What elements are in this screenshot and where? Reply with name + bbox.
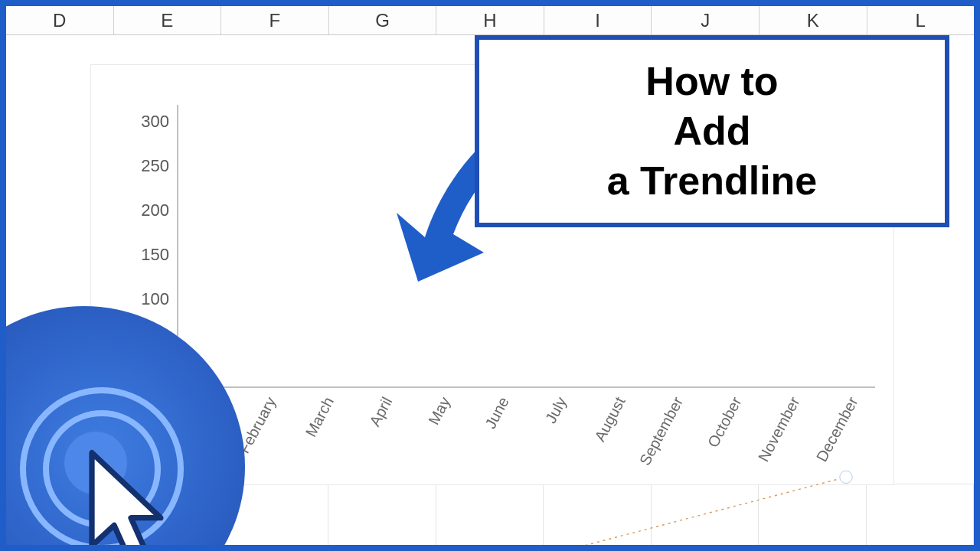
column-header-H[interactable]: H [436, 6, 544, 35]
x-tick-label: December [817, 388, 875, 478]
x-tick-label: June [468, 388, 526, 478]
y-tick-label: 300 [114, 113, 174, 130]
column-header-E[interactable]: E [114, 6, 222, 35]
column-header-L[interactable]: L [867, 6, 975, 35]
y-tick-label: 100 [114, 291, 174, 308]
column-header-I[interactable]: I [544, 6, 652, 35]
column-header-J[interactable]: J [652, 6, 760, 35]
chart-x-axis-labels: JanuaryFebruaryMarchAprilMayJuneJulyAugu… [177, 388, 875, 478]
x-tick-label: October [701, 388, 759, 478]
y-tick-label: 250 [114, 158, 174, 174]
column-header-K[interactable]: K [760, 6, 867, 35]
cursor-icon [74, 445, 188, 551]
column-header-D[interactable]: D [6, 6, 114, 35]
x-tick-label: March [293, 388, 351, 478]
callout-line-1: How to [645, 59, 778, 103]
x-tick-label: September [642, 388, 701, 478]
x-tick-label: July [526, 388, 584, 478]
column-header-G[interactable]: G [329, 6, 437, 35]
column-header-F[interactable]: F [221, 6, 329, 35]
chart-x-axis-line [177, 386, 875, 388]
x-tick-label: November [759, 388, 817, 478]
x-tick-label: May [410, 388, 468, 478]
y-tick-label: 150 [114, 246, 174, 263]
callout-line-2: Add [673, 109, 750, 153]
spreadsheet-column-headers: DEFGHIJKL [6, 6, 974, 35]
y-tick-label: 200 [114, 202, 174, 219]
x-tick-label: April [351, 388, 410, 478]
callout-line-3: a Trendline [607, 158, 818, 203]
x-tick-label: August [584, 388, 642, 478]
title-callout-box: How to Add a Trendline [475, 35, 949, 227]
brand-click-logo-icon [0, 306, 245, 551]
